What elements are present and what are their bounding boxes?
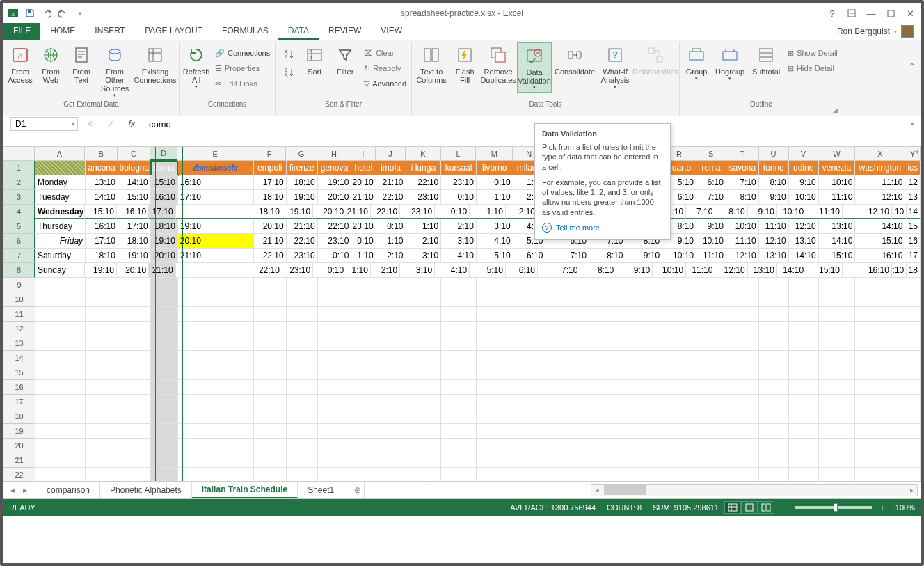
data-cell[interactable]: 15: [905, 219, 921, 234]
empty-cell[interactable]: [351, 395, 376, 409]
header-cell[interactable]: livorno: [477, 161, 513, 175]
empty-cell[interactable]: [726, 322, 759, 336]
scrollbar-thumb[interactable]: [604, 485, 646, 495]
empty-cell[interactable]: [376, 468, 406, 481]
empty-cell[interactable]: [35, 336, 86, 351]
empty-cell[interactable]: [254, 278, 287, 292]
data-cell[interactable]: 6:10: [513, 249, 546, 263]
empty-cell[interactable]: [178, 395, 254, 409]
empty-cell[interactable]: [441, 468, 477, 481]
empty-cell[interactable]: [789, 351, 819, 365]
empty-cell[interactable]: [789, 380, 819, 395]
refresh-all-button[interactable]: Refresh All▾: [182, 42, 211, 91]
empty-cell[interactable]: [726, 365, 759, 380]
empty-cell[interactable]: [545, 292, 589, 307]
data-cell[interactable]: 19:10: [151, 234, 178, 249]
empty-cell[interactable]: [151, 307, 178, 322]
data-cell[interactable]: 11:10: [759, 219, 789, 234]
data-cell[interactable]: 3:10: [400, 263, 435, 278]
empty-cell[interactable]: [726, 336, 759, 351]
data-cell[interactable]: 20:10: [254, 219, 287, 234]
empty-cell[interactable]: [905, 468, 921, 481]
data-cell[interactable]: 19:10: [282, 205, 313, 219]
empty-cell[interactable]: [351, 380, 376, 395]
empty-cell[interactable]: [905, 395, 921, 409]
empty-cell[interactable]: [118, 439, 151, 453]
data-cell[interactable]: 19:10: [178, 219, 254, 234]
empty-cell[interactable]: [35, 322, 86, 336]
header-cell[interactable]: genova: [318, 161, 352, 175]
empty-cell[interactable]: [905, 322, 921, 336]
select-all-corner[interactable]: [3, 147, 35, 161]
empty-cell[interactable]: [441, 439, 477, 453]
from-web-button[interactable]: From Web: [36, 42, 65, 86]
data-cell[interactable]: 8:10: [726, 190, 759, 205]
data-cell[interactable]: 10:10: [696, 234, 726, 249]
fx-icon[interactable]: fx: [129, 119, 135, 129]
data-cell[interactable]: 18:10: [254, 190, 287, 205]
empty-cell[interactable]: [905, 409, 921, 424]
row-header-22[interactable]: 22: [3, 468, 35, 481]
empty-cell[interactable]: [406, 439, 442, 453]
row-header-15[interactable]: 15: [3, 365, 35, 380]
empty-cell[interactable]: [662, 409, 696, 424]
empty-cell[interactable]: [35, 395, 86, 409]
empty-cell[interactable]: [118, 292, 151, 307]
data-cell[interactable]: 18:10: [151, 219, 178, 234]
data-cell[interactable]: 6:10: [696, 175, 726, 190]
connections-item[interactable]: 🔗Connections: [212, 45, 273, 61]
empty-cell[interactable]: [441, 409, 477, 424]
show-detail-item[interactable]: ⊞Show Detail: [785, 45, 841, 61]
data-cell[interactable]: 14: [907, 205, 921, 219]
header-cell[interactable]: washington: [855, 161, 905, 175]
empty-cell[interactable]: [819, 409, 856, 424]
empty-cell[interactable]: [589, 409, 626, 424]
empty-cell[interactable]: [513, 292, 546, 307]
empty-cell[interactable]: [477, 322, 513, 336]
empty-cell[interactable]: [406, 395, 442, 409]
empty-cell[interactable]: [696, 292, 726, 307]
empty-cell[interactable]: [819, 336, 856, 351]
empty-cell[interactable]: [178, 307, 254, 322]
empty-cell[interactable]: [696, 439, 726, 453]
empty-cell[interactable]: [819, 468, 856, 481]
empty-cell[interactable]: [589, 292, 626, 307]
flash-fill-button[interactable]: Flash Fill: [450, 42, 479, 86]
empty-cell[interactable]: [477, 336, 513, 351]
data-cell[interactable]: 8:10: [589, 249, 626, 263]
empty-cell[interactable]: [513, 409, 546, 424]
empty-cell[interactable]: [318, 307, 352, 322]
column-header-V[interactable]: V: [789, 147, 819, 161]
empty-cell[interactable]: [662, 380, 696, 395]
empty-cell[interactable]: [376, 307, 406, 322]
empty-cell[interactable]: [151, 468, 178, 481]
data-cell[interactable]: 8:10: [580, 263, 616, 278]
empty-cell[interactable]: [441, 336, 477, 351]
data-cell[interactable]: 9:10: [616, 263, 653, 278]
data-cell[interactable]: 11:10: [806, 205, 843, 219]
empty-cell[interactable]: [351, 322, 376, 336]
existing-connections-button[interactable]: Existing Connections: [134, 42, 177, 86]
empty-cell[interactable]: [662, 424, 696, 439]
empty-cell[interactable]: [662, 468, 696, 481]
save-icon[interactable]: [23, 6, 37, 20]
empty-cell[interactable]: [118, 278, 151, 292]
empty-cell[interactable]: [789, 468, 819, 481]
empty-cell[interactable]: [662, 365, 696, 380]
column-header-E[interactable]: E: [177, 147, 253, 161]
row-header-9[interactable]: 9: [3, 278, 35, 292]
empty-cell[interactable]: [855, 278, 905, 292]
data-cell[interactable]: 19:10: [318, 175, 352, 190]
empty-cell[interactable]: [662, 439, 696, 453]
empty-cell[interactable]: [545, 453, 589, 468]
empty-cell[interactable]: [406, 336, 442, 351]
column-header-X[interactable]: X: [855, 147, 905, 161]
empty-cell[interactable]: [35, 424, 86, 439]
empty-cell[interactable]: [905, 307, 921, 322]
empty-cell[interactable]: [86, 439, 118, 453]
data-cell[interactable]: 0:10: [313, 263, 346, 278]
row-header-1[interactable]: 1: [3, 161, 35, 175]
empty-cell[interactable]: [376, 380, 406, 395]
empty-cell[interactable]: [254, 439, 287, 453]
empty-cell[interactable]: [726, 424, 759, 439]
